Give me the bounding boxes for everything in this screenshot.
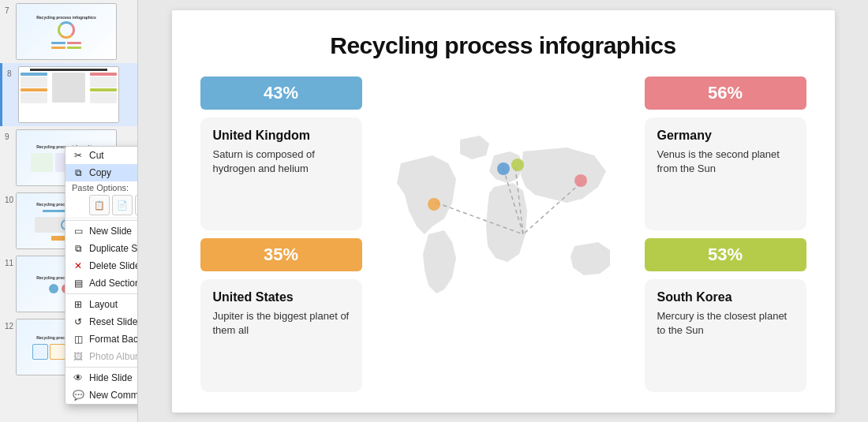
- info-card-bottom-left: United States Jupiter is the biggest pla…: [200, 279, 362, 392]
- layout-icon: ⊞: [72, 298, 84, 311]
- menu-item-photo-album[interactable]: 🖼 Photo Album...: [65, 348, 138, 365]
- stat-value-top-left: 43%: [264, 83, 298, 103]
- menu-label-copy: Copy: [89, 167, 111, 178]
- info-card-bottom-right: South Korea Mercury is the closest plane…: [645, 279, 806, 392]
- menu-item-add-section[interactable]: ▤ Add Section: [65, 274, 138, 292]
- section-icon: ▤: [72, 277, 84, 289]
- center-map-area: [362, 77, 645, 392]
- main-slide-area: Recycling process infographics 43% Unite…: [138, 0, 868, 422]
- paste-options-label: Paste Options:: [65, 181, 138, 193]
- menu-item-copy[interactable]: ⧉ Copy: [65, 164, 138, 181]
- hide-slide-icon: 👁: [72, 372, 84, 384]
- infographic-container: 43% United Kingdom Saturn is composed of…: [200, 77, 806, 392]
- reset-icon: ↺: [72, 316, 84, 328]
- desc-top-right: Venus is the second planet from the Sun: [657, 148, 794, 176]
- menu-label-hide-slide: Hide Slide: [89, 372, 133, 383]
- slide-number-10: 10: [5, 196, 16, 204]
- menu-label-reset-slide: Reset Slide: [89, 316, 137, 327]
- world-map-svg: [369, 132, 638, 337]
- stat-bar-top-left: 43%: [200, 77, 362, 110]
- paste-icons-row: 📋 📄 🖼: [65, 193, 138, 218]
- new-slide-icon: ▭: [72, 225, 84, 237]
- svg-point-7: [511, 159, 524, 171]
- photo-album-icon: 🖼: [72, 350, 84, 363]
- menu-divider-2: [65, 293, 138, 294]
- menu-item-new-comment[interactable]: 💬 New Comment: [65, 387, 138, 404]
- stat-value-bottom-left: 35%: [264, 245, 298, 264]
- stat-value-top-right: 56%: [708, 83, 743, 103]
- stat-bar-bottom-left: 35%: [200, 238, 362, 271]
- desc-bottom-left: Jupiter is the biggest planet of them al…: [213, 309, 350, 338]
- slide-number-11: 11: [5, 259, 16, 267]
- format-bg-icon: ◫: [72, 333, 84, 345]
- menu-item-hide-slide[interactable]: 👁 Hide Slide: [65, 369, 138, 387]
- menu-label-layout: Layout: [89, 299, 118, 310]
- menu-label-cut: Cut: [89, 150, 104, 161]
- stat-value-bottom-right: 53%: [708, 245, 743, 264]
- slide-number-9: 9: [5, 133, 16, 141]
- menu-label-new-comment: New Comment: [89, 390, 138, 401]
- cut-icon: ✂: [72, 149, 84, 162]
- menu-item-delete-slide[interactable]: ✕ Delete Slide: [65, 257, 138, 274]
- menu-item-format-background[interactable]: ◫ Format Background...: [65, 331, 138, 348]
- right-column: 56% Germany Venus is the second planet f…: [645, 77, 806, 392]
- slide-thumb-7[interactable]: 7 Recycling process infographics: [0, 0, 137, 63]
- country-top-left: United Kingdom: [213, 129, 350, 143]
- menu-item-duplicate-slide[interactable]: ⧉ Duplicate Slide: [65, 240, 138, 257]
- paste-icon-1[interactable]: 📋: [89, 195, 110, 215]
- new-comment-icon: 💬: [72, 389, 84, 401]
- menu-item-reset-slide[interactable]: ↺ Reset Slide: [65, 313, 138, 331]
- left-column: 43% United Kingdom Saturn is composed of…: [200, 77, 362, 392]
- slide-panel: 7 Recycling process infographics 8: [0, 0, 138, 422]
- paste-icon-3[interactable]: 🖼: [135, 195, 138, 215]
- info-card-top-left: United Kingdom Saturn is composed of hyd…: [200, 118, 362, 230]
- context-menu: ✂ Cut ⧉ Copy Paste Options: 📋 📄 🖼 ▭ New …: [65, 146, 138, 405]
- svg-point-8: [428, 198, 440, 211]
- menu-item-cut[interactable]: ✂ Cut: [65, 147, 138, 164]
- slide-canvas: Recycling process infographics 43% Unite…: [172, 10, 835, 413]
- copy-icon: ⧉: [72, 166, 84, 179]
- stat-bar-bottom-right: 53%: [645, 238, 806, 271]
- svg-point-9: [574, 174, 587, 187]
- stat-bar-top-right: 56%: [645, 77, 806, 110]
- slide-preview-8: [18, 66, 119, 123]
- slide-number-12: 12: [5, 322, 16, 331]
- menu-label-photo-album: Photo Album...: [89, 351, 138, 362]
- slide-number-7: 7: [5, 6, 16, 15]
- desc-top-left: Saturn is composed of hydrogen and heliu…: [213, 148, 350, 176]
- svg-point-6: [497, 162, 510, 175]
- menu-item-layout[interactable]: ⊞ Layout ›: [65, 296, 138, 313]
- country-bottom-left: United States: [213, 290, 350, 304]
- slide-number-8: 8: [7, 69, 18, 78]
- menu-label-duplicate-slide: Duplicate Slide: [89, 243, 138, 254]
- menu-divider-3: [65, 367, 138, 368]
- desc-bottom-right: Mercury is the closest planet to the Sun: [657, 309, 794, 338]
- menu-divider-1: [65, 220, 138, 221]
- delete-icon: ✕: [72, 260, 84, 272]
- country-bottom-right: South Korea: [657, 290, 794, 304]
- duplicate-icon: ⧉: [72, 242, 84, 255]
- slide-thumb-8[interactable]: 8: [0, 63, 137, 126]
- paste-icon-2[interactable]: 📄: [112, 195, 133, 215]
- menu-label-add-section: Add Section: [89, 278, 138, 289]
- menu-label-format-background: Format Background...: [89, 334, 138, 345]
- slide-preview-7: Recycling process infographics: [16, 3, 117, 60]
- info-card-top-right: Germany Venus is the second planet from …: [645, 118, 806, 230]
- slide-title: Recycling process infographics: [200, 32, 806, 59]
- menu-label-delete-slide: Delete Slide: [89, 260, 138, 271]
- country-top-right: Germany: [657, 129, 794, 143]
- menu-item-new-slide[interactable]: ▭ New Slide: [65, 222, 138, 240]
- menu-label-new-slide: New Slide: [89, 226, 132, 237]
